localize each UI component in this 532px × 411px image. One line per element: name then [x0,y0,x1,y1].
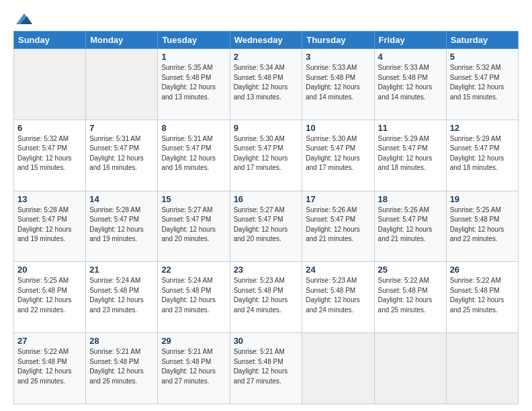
day-info: Sunrise: 5:24 AM Sunset: 5:48 PM Dayligh… [161,276,226,315]
day-cell: 22Sunrise: 5:24 AM Sunset: 5:48 PM Dayli… [158,262,230,333]
day-info: Sunrise: 5:21 AM Sunset: 5:48 PM Dayligh… [161,347,226,386]
day-info: Sunrise: 5:31 AM Sunset: 5:47 PM Dayligh… [89,134,154,173]
day-cell: 29Sunrise: 5:21 AM Sunset: 5:48 PM Dayli… [158,333,230,404]
day-info: Sunrise: 5:23 AM Sunset: 5:48 PM Dayligh… [306,276,370,315]
day-info: Sunrise: 5:35 AM Sunset: 5:48 PM Dayligh… [161,63,226,102]
day-info: Sunrise: 5:28 AM Sunset: 5:47 PM Dayligh… [89,205,154,244]
day-info: Sunrise: 5:25 AM Sunset: 5:48 PM Dayligh… [17,276,82,315]
day-number: 7 [89,123,154,133]
day-cell [302,333,374,404]
day-cell: 10Sunrise: 5:30 AM Sunset: 5:47 PM Dayli… [302,120,374,191]
day-number: 8 [161,123,226,133]
day-cell: 20Sunrise: 5:25 AM Sunset: 5:48 PM Dayli… [14,262,86,333]
day-number: 6 [17,123,82,133]
day-header-tuesday: Tuesday [158,32,230,49]
week-row-5: 27Sunrise: 5:22 AM Sunset: 5:48 PM Dayli… [14,333,519,404]
day-number: 24 [306,265,370,275]
day-number: 29 [161,336,226,346]
day-number: 15 [161,194,226,204]
day-number: 27 [17,336,82,346]
day-number: 30 [234,336,299,346]
day-number: 10 [306,123,370,133]
day-header-saturday: Saturday [446,32,518,49]
day-header-row: SundayMondayTuesdayWednesdayThursdayFrid… [14,32,519,49]
day-info: Sunrise: 5:21 AM Sunset: 5:48 PM Dayligh… [89,347,154,386]
day-info: Sunrise: 5:29 AM Sunset: 5:47 PM Dayligh… [378,134,443,173]
day-info: Sunrise: 5:32 AM Sunset: 5:47 PM Dayligh… [450,63,515,102]
day-number: 13 [17,194,82,204]
day-number: 5 [450,52,515,62]
day-info: Sunrise: 5:30 AM Sunset: 5:47 PM Dayligh… [306,134,370,173]
day-number: 9 [234,123,299,133]
day-info: Sunrise: 5:22 AM Sunset: 5:48 PM Dayligh… [378,276,443,315]
day-number: 21 [89,265,154,275]
day-info: Sunrise: 5:22 AM Sunset: 5:48 PM Dayligh… [450,276,515,315]
day-info: Sunrise: 5:33 AM Sunset: 5:48 PM Dayligh… [306,63,370,102]
day-cell: 4Sunrise: 5:33 AM Sunset: 5:48 PM Daylig… [374,49,446,120]
day-cell: 5Sunrise: 5:32 AM Sunset: 5:47 PM Daylig… [446,49,518,120]
day-info: Sunrise: 5:22 AM Sunset: 5:48 PM Dayligh… [17,347,82,386]
day-info: Sunrise: 5:33 AM Sunset: 5:48 PM Dayligh… [378,63,443,102]
day-cell: 17Sunrise: 5:26 AM Sunset: 5:47 PM Dayli… [302,191,374,262]
day-cell: 26Sunrise: 5:22 AM Sunset: 5:48 PM Dayli… [446,262,518,333]
day-info: Sunrise: 5:27 AM Sunset: 5:47 PM Dayligh… [234,205,299,244]
logo [13,12,34,24]
day-cell: 15Sunrise: 5:27 AM Sunset: 5:47 PM Dayli… [158,191,230,262]
week-row-1: 1Sunrise: 5:35 AM Sunset: 5:48 PM Daylig… [14,49,519,120]
day-cell: 19Sunrise: 5:25 AM Sunset: 5:48 PM Dayli… [446,191,518,262]
day-cell: 13Sunrise: 5:28 AM Sunset: 5:47 PM Dayli… [14,191,86,262]
week-row-3: 13Sunrise: 5:28 AM Sunset: 5:47 PM Dayli… [14,191,519,262]
header [13,12,519,24]
day-cell: 6Sunrise: 5:32 AM Sunset: 5:47 PM Daylig… [14,120,86,191]
day-cell: 3Sunrise: 5:33 AM Sunset: 5:48 PM Daylig… [302,49,374,120]
day-info: Sunrise: 5:32 AM Sunset: 5:47 PM Dayligh… [17,134,82,173]
day-cell: 12Sunrise: 5:29 AM Sunset: 5:47 PM Dayli… [446,120,518,191]
day-cell: 27Sunrise: 5:22 AM Sunset: 5:48 PM Dayli… [14,333,86,404]
calendar-body: 1Sunrise: 5:35 AM Sunset: 5:48 PM Daylig… [14,49,519,404]
day-header-friday: Friday [374,32,446,49]
week-row-4: 20Sunrise: 5:25 AM Sunset: 5:48 PM Dayli… [14,262,519,333]
day-cell [86,49,158,120]
day-cell: 1Sunrise: 5:35 AM Sunset: 5:48 PM Daylig… [158,49,230,120]
calendar-header: SundayMondayTuesdayWednesdayThursdayFrid… [14,32,519,49]
day-number: 28 [89,336,154,346]
day-cell: 16Sunrise: 5:27 AM Sunset: 5:47 PM Dayli… [230,191,302,262]
day-info: Sunrise: 5:27 AM Sunset: 5:47 PM Dayligh… [161,205,226,244]
day-cell: 11Sunrise: 5:29 AM Sunset: 5:47 PM Dayli… [374,120,446,191]
day-cell: 14Sunrise: 5:28 AM Sunset: 5:47 PM Dayli… [86,191,158,262]
week-row-2: 6Sunrise: 5:32 AM Sunset: 5:47 PM Daylig… [14,120,519,191]
day-info: Sunrise: 5:26 AM Sunset: 5:47 PM Dayligh… [306,205,370,244]
day-cell [374,333,446,404]
logo-text [13,12,34,27]
day-cell: 9Sunrise: 5:30 AM Sunset: 5:47 PM Daylig… [230,120,302,191]
day-header-thursday: Thursday [302,32,374,49]
day-cell: 8Sunrise: 5:31 AM Sunset: 5:47 PM Daylig… [158,120,230,191]
day-number: 11 [378,123,443,133]
day-info: Sunrise: 5:29 AM Sunset: 5:47 PM Dayligh… [450,134,515,173]
day-cell: 24Sunrise: 5:23 AM Sunset: 5:48 PM Dayli… [302,262,374,333]
day-number: 2 [234,52,299,62]
day-info: Sunrise: 5:24 AM Sunset: 5:48 PM Dayligh… [89,276,154,315]
day-cell: 30Sunrise: 5:21 AM Sunset: 5:48 PM Dayli… [230,333,302,404]
day-number: 18 [378,194,443,204]
page: SundayMondayTuesdayWednesdayThursdayFrid… [0,0,532,411]
day-cell: 21Sunrise: 5:24 AM Sunset: 5:48 PM Dayli… [86,262,158,333]
day-cell: 18Sunrise: 5:26 AM Sunset: 5:47 PM Dayli… [374,191,446,262]
day-number: 17 [306,194,370,204]
day-number: 12 [450,123,515,133]
day-number: 16 [234,194,299,204]
calendar: SundayMondayTuesdayWednesdayThursdayFrid… [13,31,519,404]
day-number: 3 [306,52,370,62]
day-info: Sunrise: 5:34 AM Sunset: 5:48 PM Dayligh… [234,63,299,102]
day-info: Sunrise: 5:28 AM Sunset: 5:47 PM Dayligh… [17,205,82,244]
day-header-wednesday: Wednesday [230,32,302,49]
day-number: 20 [17,265,82,275]
day-cell [446,333,518,404]
day-cell: 7Sunrise: 5:31 AM Sunset: 5:47 PM Daylig… [86,120,158,191]
day-number: 25 [378,265,443,275]
day-number: 4 [378,52,443,62]
day-info: Sunrise: 5:31 AM Sunset: 5:47 PM Dayligh… [161,134,226,173]
day-header-monday: Monday [86,32,158,49]
day-number: 26 [450,265,515,275]
day-number: 14 [89,194,154,204]
